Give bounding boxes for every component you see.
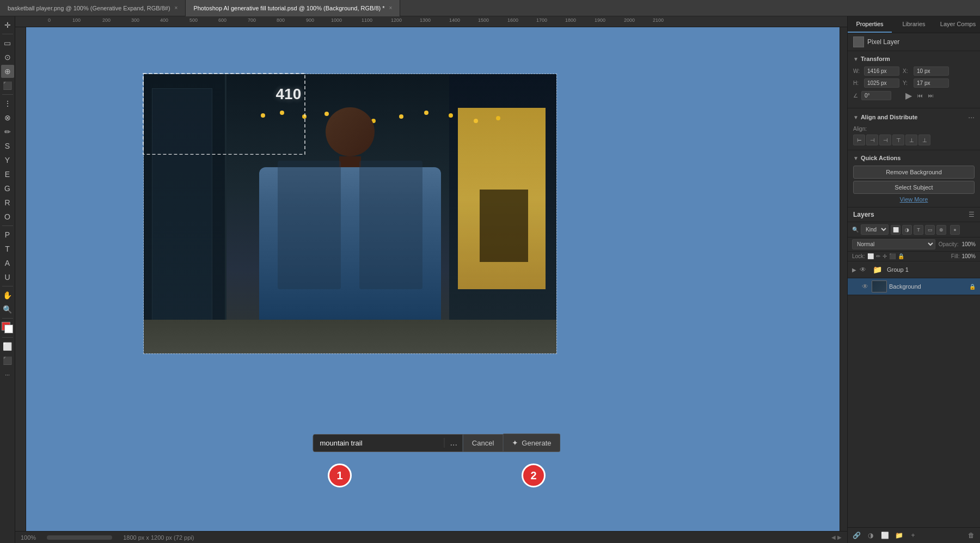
quick-select-tool[interactable]: ⊕ (1, 65, 14, 78)
transform-header[interactable]: ▼ Transform (853, 56, 975, 62)
w-input[interactable] (864, 66, 899, 76)
layer-item-group1[interactable]: ▶ 👁 📁 Group 1 (848, 261, 980, 278)
search-icon: 🔍 (852, 227, 859, 233)
add-adjustment-btn[interactable]: ◑ (865, 530, 876, 541)
zoom-tool[interactable]: 🔍 (1, 303, 14, 316)
h-input[interactable] (864, 78, 899, 88)
angle-icon: ∠ (853, 93, 858, 99)
lock-all-btn[interactable]: 🔒 (898, 253, 904, 259)
y-input[interactable] (914, 78, 949, 88)
filter-shape-btn[interactable]: ▭ (925, 225, 935, 235)
gen-fill-more-btn[interactable]: ... (444, 438, 462, 448)
select-subject-button[interactable]: Select Subject (853, 181, 975, 194)
angle-input[interactable] (861, 91, 891, 100)
lock-pixel-btn[interactable]: ✏ (876, 253, 880, 259)
background-visibility[interactable]: 👁 (861, 282, 869, 291)
clone-tool[interactable]: S (1, 139, 14, 152)
gen-generate-button[interactable]: ✦ Generate (503, 434, 560, 452)
crop-tool[interactable]: ⬛ (1, 79, 14, 92)
add-layer-btn[interactable]: + (908, 530, 918, 541)
delete-layer-btn[interactable]: 🗑 (966, 530, 977, 541)
tab-layercomps[interactable]: Layer Comps (936, 16, 980, 33)
play-button[interactable]: ▶ (905, 90, 912, 101)
eyedropper-tool[interactable]: ⋮ (1, 97, 14, 110)
group1-name: Group 1 (887, 266, 976, 273)
align-more-btn[interactable]: ··· (968, 113, 975, 121)
tab-libraries-label: Libraries (902, 21, 925, 27)
pen-tool[interactable]: P (1, 228, 14, 241)
link-layers-btn[interactable]: 🔗 (851, 530, 862, 541)
gen-fill-input[interactable] (313, 435, 444, 452)
skip-end[interactable]: ⏭ (928, 93, 934, 99)
quick-actions-header[interactable]: ▼ Quick Actions (853, 155, 975, 161)
background-lock-icon: 🔒 (969, 284, 976, 290)
lock-artboard-btn[interactable]: ⬛ (889, 253, 896, 259)
gen-cancel-button[interactable]: Cancel (463, 434, 503, 452)
hand-tool[interactable]: ✋ (1, 289, 14, 302)
status-bar: 100% 1800 px x 1200 px (72 ppi) ◀ ▶ (15, 531, 847, 543)
mask-mode[interactable]: ⬜ (1, 340, 14, 353)
align-center-v-btn[interactable]: ⊥ (905, 135, 917, 145)
filter-toggle-btn[interactable]: ● (950, 225, 960, 235)
add-mask-btn[interactable]: ⬜ (879, 530, 890, 541)
screen-mode[interactable]: ⬛ (1, 354, 14, 367)
marquee-tool[interactable]: ▭ (1, 36, 14, 50)
layer-item-background[interactable]: 👁 Background 🔒 (848, 278, 980, 295)
group1-visibility[interactable]: 👁 (859, 265, 867, 274)
add-group-btn[interactable]: 📁 (893, 530, 904, 541)
brush-tool[interactable]: ✏ (1, 125, 14, 138)
remove-background-button[interactable]: Remove Background (853, 166, 975, 179)
type-tool[interactable]: T (1, 242, 14, 255)
tab-tutorial-close[interactable]: × (389, 5, 393, 11)
lock-label: Lock: (852, 253, 865, 259)
light-dot-10 (474, 119, 478, 123)
align-left-btn[interactable]: ⊢ (853, 135, 865, 145)
align-bottom-btn[interactable]: ⊥ (918, 135, 930, 145)
blur-tool[interactable]: R (1, 196, 14, 209)
kind-select[interactable]: Kind (861, 224, 889, 235)
transform-row-1: W: X: (853, 66, 975, 76)
fill-label: Fill: (951, 253, 960, 259)
filter-type-btn[interactable]: T (914, 225, 923, 235)
view-more-link[interactable]: View More (853, 196, 975, 203)
person (259, 96, 441, 353)
healing-tool[interactable]: ⊗ (1, 111, 14, 124)
ruler-label-1300: 1300 (420, 17, 431, 23)
filter-pixel-btn[interactable]: ⬜ (891, 225, 901, 235)
tab-basketball-close[interactable]: × (175, 5, 178, 11)
tab-basketball[interactable]: basketball player.png @ 100% (Generative… (0, 0, 186, 16)
group1-expand-arrow[interactable]: ▶ (852, 267, 856, 273)
filter-smart-btn[interactable]: ⊕ (936, 225, 946, 235)
align-center-h-btn[interactable]: ⊣ (866, 135, 878, 145)
lock-position-btn[interactable]: ✛ (883, 253, 887, 259)
lock-transparent-btn[interactable]: ⬜ (867, 253, 874, 259)
align-right-btn[interactable]: ⊣ (879, 135, 891, 145)
extras-tool[interactable]: ··· (1, 368, 14, 381)
eraser-tool[interactable]: E (1, 168, 14, 181)
history-tool[interactable]: Y (1, 154, 14, 167)
gradient-tool[interactable]: G (1, 182, 14, 195)
foreground-color[interactable] (2, 322, 14, 334)
shape-tool[interactable]: U (1, 271, 14, 284)
layers-menu-btn[interactable]: ☰ (969, 211, 975, 218)
dodge-tool[interactable]: O (1, 210, 14, 223)
blend-mode-select[interactable]: Normal (852, 239, 935, 249)
x-input[interactable] (914, 66, 949, 76)
lasso-tool[interactable]: ⊙ (1, 51, 14, 64)
align-title: ▼ Align and Distribute (853, 114, 917, 120)
align-header[interactable]: ▼ Align and Distribute ··· (853, 113, 975, 121)
align-top-btn[interactable]: ⊤ (892, 135, 904, 145)
tab-properties[interactable]: Properties (848, 16, 892, 33)
move-tool[interactable]: ✛ (1, 19, 14, 32)
tab-tutorial[interactable]: Photoshop AI generative fill tutorial.ps… (186, 0, 400, 16)
tab-libraries[interactable]: Libraries (892, 16, 936, 33)
nav-arrows[interactable]: ◀ ▶ (831, 534, 842, 540)
filter-adjustment-btn[interactable]: ◑ (902, 225, 912, 235)
vertical-scrollbar[interactable] (840, 27, 847, 531)
canvas-area[interactable]: 410 (26, 27, 847, 531)
toolbar-divider-5 (2, 318, 13, 319)
ruler-label-100: 100 (72, 17, 81, 23)
path-select-tool[interactable]: A (1, 257, 14, 270)
skip-start[interactable]: ⏮ (917, 93, 923, 99)
ruler-label-1700: 1700 (536, 17, 547, 23)
